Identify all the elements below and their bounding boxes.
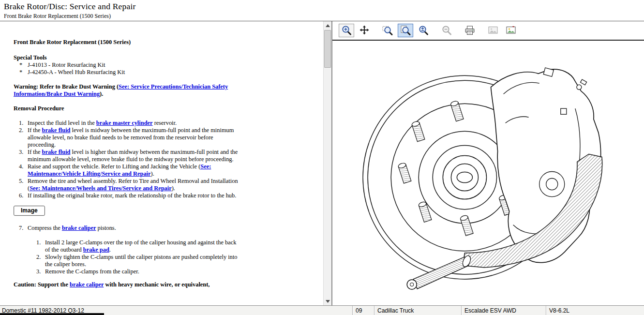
- step-item: If installing the original brake rotor, …: [28, 192, 242, 199]
- substep-text: Slowly tighten the C-clamps until the ca…: [45, 254, 237, 268]
- removal-procedure-heading: Removal Procedure: [14, 105, 242, 112]
- page-subtitle: Front Brake Rotor Replacement (1500 Seri…: [4, 13, 644, 20]
- document-panel: Front Brake Rotor Replacement (1500 Seri…: [0, 21, 332, 305]
- brake-fluid-link[interactable]: brake fluid: [42, 127, 71, 134]
- zoom-page-icon: [400, 25, 411, 36]
- warning-text: Warning: Refer to Brake Dust Warning (: [14, 83, 119, 90]
- bottom-edge-artifact: [0, 313, 104, 315]
- zoom-in-icon: [341, 25, 352, 36]
- image-toolbar: [332, 21, 644, 41]
- step-item: If the brake fluid level is higher than …: [28, 149, 242, 163]
- copy-image-icon: [487, 25, 499, 36]
- substep-item: Install 2 large C-clamps over the top of…: [45, 239, 242, 254]
- page-header: Brake Rotor/Disc: Service and Repair Fro…: [0, 0, 644, 21]
- special-tools-list: *J-41013 - Rotor Resurfacing Kit *J-4245…: [14, 61, 242, 76]
- brake-fluid-link[interactable]: brake fluid: [42, 149, 71, 155]
- removal-steps-list-continued: Compress the brake caliper pistons.: [14, 225, 242, 232]
- special-tool-text: J-41013 - Rotor Resurfacing Kit: [28, 61, 105, 68]
- substep-item: Slowly tighten the C-clamps until the ca…: [45, 254, 242, 268]
- substep-text: .: [109, 246, 111, 253]
- step-text: ).: [172, 185, 175, 192]
- brake-rotor-illustration[interactable]: [332, 41, 644, 305]
- brake-caliper-link[interactable]: brake caliper: [70, 281, 104, 288]
- step-text: ).: [151, 170, 154, 177]
- step-text: If the: [28, 127, 42, 134]
- brake-caliper-link[interactable]: brake caliper: [62, 225, 96, 231]
- warning-text-end: ).: [100, 90, 103, 97]
- step-text: pistons.: [96, 225, 116, 231]
- step-text: Raise and support the vehicle. Refer to …: [28, 163, 200, 170]
- image-settings-icon: [505, 25, 517, 36]
- doc-heading: Front Brake Rotor Replacement (1500 Seri…: [14, 39, 242, 46]
- caution-text-end: with heavy mechanic wire, or equivalent,: [104, 281, 210, 288]
- scroll-up-button[interactable]: [324, 21, 331, 30]
- caution-paragraph: Caution: Support the brake caliper with …: [14, 281, 242, 288]
- zoom-page-button[interactable]: [398, 24, 413, 37]
- brake-pad-link[interactable]: brake pad: [83, 246, 109, 253]
- image-panel: [332, 21, 644, 305]
- scrollbar-thumb[interactable]: [324, 30, 331, 68]
- pan-icon: [359, 25, 370, 36]
- caution-text: Caution: Support the: [14, 281, 70, 288]
- brake-master-cylinder-link[interactable]: brake master cylinder: [96, 120, 153, 126]
- warning-paragraph: Warning: Refer to Brake Dust Warning (Se…: [14, 83, 242, 98]
- print-button[interactable]: [462, 24, 478, 37]
- zoom-in-button[interactable]: [339, 24, 354, 37]
- step-item: If the brake fluid level is midway betwe…: [28, 127, 242, 149]
- page-title: Brake Rotor/Disc: Service and Repair: [4, 1, 644, 12]
- step-text: If the: [28, 149, 42, 155]
- substep-text: Install 2 large C-clamps over the top of…: [45, 239, 236, 253]
- image-button[interactable]: Image: [14, 206, 45, 216]
- bullet: *: [19, 61, 28, 69]
- print-icon: [464, 25, 476, 36]
- caliper-substeps-list: Install 2 large C-clamps over the top of…: [14, 239, 242, 275]
- rotor-diagram-svg: [332, 41, 644, 305]
- step-text: reservoir.: [153, 120, 177, 126]
- step-item: Raise and support the vehicle. Refer to …: [28, 163, 242, 178]
- step-item: Remove the tire and wheel assembly. Refe…: [28, 178, 242, 192]
- step-text: If installing the original brake rotor, …: [28, 192, 236, 199]
- status-model: Escalade ESV AWD: [461, 306, 546, 315]
- zoom-window-icon: [382, 25, 393, 36]
- status-engine: V8-6.2L: [546, 306, 644, 315]
- pan-button[interactable]: [357, 24, 372, 37]
- status-make: Cadillac Truck: [374, 306, 461, 315]
- special-tool-text: J-42450-A - Wheel Hub Resurfacing Kit: [28, 69, 125, 75]
- bullet: *: [19, 69, 28, 76]
- zoom-dynamic-button[interactable]: [416, 24, 431, 37]
- step-item: Inspect the fluid level in the brake mas…: [28, 120, 242, 127]
- document-content: Front Brake Rotor Replacement (1500 Seri…: [0, 21, 242, 305]
- zoom-dynamic-icon: [418, 25, 429, 36]
- special-tool-item: *J-42450-A - Wheel Hub Resurfacing Kit: [19, 69, 242, 76]
- scroll-down-button[interactable]: [324, 297, 331, 305]
- removal-steps-list: Inspect the fluid level in the brake mas…: [14, 120, 242, 199]
- copy-image-button: [485, 24, 501, 37]
- zoom-window-button[interactable]: [380, 24, 395, 37]
- step-text: Inspect the fluid level in the: [28, 120, 96, 126]
- arrow-down-icon: [326, 300, 330, 303]
- status-year-code: 09: [352, 306, 374, 315]
- doc-scrollbar[interactable]: [323, 21, 331, 305]
- special-tool-item: *J-41013 - Rotor Resurfacing Kit: [19, 61, 242, 69]
- step-text: Compress the: [28, 225, 62, 231]
- special-tools-heading: Special Tools: [14, 54, 242, 61]
- zoom-out-icon: [441, 25, 452, 36]
- image-settings-button[interactable]: [503, 24, 519, 37]
- step-item: Compress the brake caliper pistons.: [28, 225, 242, 232]
- wheels-and-tires-link[interactable]: See: Maintenance/Wheels and Tires/Servic…: [30, 185, 172, 192]
- substep-text: Remove the C-clamps from the caliper.: [45, 268, 139, 275]
- zoom-out-button: [439, 24, 454, 37]
- substep-item: Remove the C-clamps from the caliper.: [45, 268, 242, 275]
- arrow-up-icon: [326, 24, 330, 27]
- app-window: Brake Rotor/Disc: Service and Repair Fro…: [0, 0, 644, 315]
